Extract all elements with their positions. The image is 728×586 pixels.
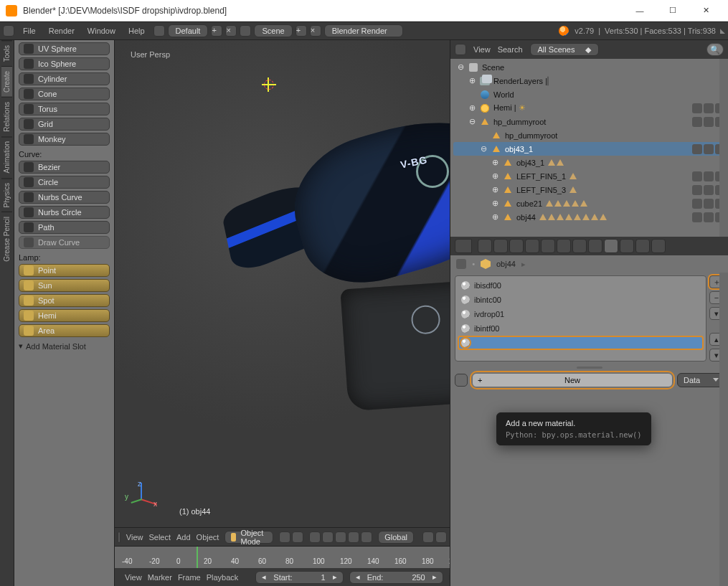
layout-add-button[interactable]: + <box>211 25 222 37</box>
shading-wire-icon[interactable] <box>292 531 303 543</box>
add-bezier-button[interactable]: Bezier <box>19 161 110 174</box>
vp-menu-object[interactable]: Object <box>197 533 219 542</box>
layers-button-2[interactable] <box>435 531 447 543</box>
window-minimize-button[interactable]: — <box>623 0 656 22</box>
add-uv-sphere-button[interactable]: UV Sphere <box>19 42 110 55</box>
prop-tab-modifiers[interactable] <box>572 239 587 253</box>
material-link-dropdown[interactable]: Data <box>677 373 724 387</box>
expand-toggle[interactable]: ⊖ <box>468 117 476 126</box>
rotate-icon[interactable] <box>348 531 359 543</box>
restrict-toggle[interactable] <box>704 199 714 209</box>
tl-menu-frame[interactable]: Frame <box>178 573 201 582</box>
outliner-row-hemi[interactable]: ⊕Hemi | ☀ <box>453 101 725 115</box>
screen-layout-icon[interactable] <box>153 25 165 37</box>
prop-tab-constraints[interactable] <box>557 239 571 253</box>
material-slot-4[interactable] <box>458 336 703 349</box>
area-corner-icon[interactable]: ◣ <box>720 27 725 34</box>
prop-tab-data[interactable] <box>588 239 602 253</box>
tab-grease-pencil[interactable]: Grease Pencil <box>1 212 12 266</box>
add-path-button[interactable]: Path <box>19 221 110 234</box>
vp-menu-view[interactable]: View <box>126 533 143 542</box>
properties-scrollbar[interactable] <box>719 273 728 586</box>
material-slot-2[interactable]: ivdrop01 <box>458 308 703 321</box>
manipulator-icon[interactable] <box>322 531 334 543</box>
window-maximize-button[interactable]: ☐ <box>656 0 689 22</box>
outliner-row-world[interactable]: World <box>453 88 725 101</box>
outliner-row-obj43_1[interactable]: ⊖obj43_1 <box>453 142 725 156</box>
outliner-row-obj44[interactable]: ⊕obj44 <box>453 210 725 224</box>
restrict-toggle[interactable] <box>692 144 702 154</box>
expand-toggle[interactable]: ⊖ <box>456 62 465 72</box>
restrict-toggle[interactable] <box>704 212 714 222</box>
restrict-toggle[interactable] <box>692 185 702 195</box>
add-nurbs-curve-button[interactable]: Nurbs Curve <box>19 191 110 204</box>
scene-remove-button[interactable]: × <box>310 25 321 37</box>
expand-toggle[interactable]: ⊕ <box>491 158 499 167</box>
add-lamp-sun-button[interactable]: Sun <box>19 279 110 292</box>
material-slot-3[interactable]: ibintf00 <box>458 322 703 335</box>
screen-layout-dropdown[interactable]: Default <box>168 24 209 37</box>
prop-tab-material[interactable] <box>604 239 618 253</box>
tab-physics[interactable]: Physics <box>1 178 12 212</box>
menu-help[interactable]: Help <box>123 27 151 35</box>
timeline-ruler[interactable]: -40-200204060801001201401601802002202402… <box>115 546 450 567</box>
prop-tab-render-layers[interactable] <box>493 239 508 253</box>
add-lamp-hemi-button[interactable]: Hemi <box>19 309 110 322</box>
menu-file[interactable]: File <box>17 27 42 35</box>
prop-tab-texture[interactable] <box>620 239 634 253</box>
scene-dropdown[interactable]: Scene <box>254 24 292 37</box>
outliner-scrollbar[interactable] <box>719 59 728 237</box>
outliner-display-mode[interactable]: All Scenes ◆ <box>530 43 599 56</box>
tl-menu-view[interactable]: View <box>125 573 142 582</box>
tl-menu-marker[interactable]: Marker <box>148 573 172 582</box>
scene-icon[interactable] <box>240 25 251 37</box>
expand-toggle[interactable]: ⊕ <box>491 199 499 208</box>
outliner-row-left_fin5_1[interactable]: ⊕LEFT_FIN5_1 <box>453 169 725 183</box>
pin-icon[interactable] <box>456 259 466 269</box>
prop-tab-physics[interactable] <box>651 239 666 253</box>
prop-tab-world[interactable] <box>525 239 539 253</box>
prop-tab-object[interactable] <box>541 239 555 253</box>
outliner-menu-search[interactable]: Search <box>498 45 523 54</box>
outliner-search-button[interactable]: 🔍 <box>706 43 724 56</box>
add-cylinder-button[interactable]: Cylinder <box>19 72 110 85</box>
add-nurbs-circle-button[interactable]: Nurbs Circle <box>19 206 110 219</box>
orientation-dropdown[interactable]: Global <box>378 531 414 544</box>
mode-dropdown[interactable]: Object Mode <box>224 531 273 544</box>
add-cone-button[interactable]: Cone <box>19 88 110 100</box>
last-operator-panel[interactable]: ▾ Add Material Slot <box>19 341 110 351</box>
vp-menu-add[interactable]: Add <box>176 533 191 542</box>
shading-solid-icon[interactable] <box>279 531 290 543</box>
restrict-toggle[interactable] <box>704 171 714 181</box>
add-grid-button[interactable]: Grid <box>19 118 110 131</box>
material-new-button[interactable]: +New <box>472 373 673 387</box>
outliner[interactable]: ⊖Scene ⊕RenderLayers | World ⊕Hemi | ☀ ⊖… <box>450 59 728 237</box>
material-slot-0[interactable]: ibisdf00 <box>458 279 703 292</box>
add-draw-curve-button[interactable]: Draw Curve <box>19 236 110 249</box>
restrict-toggle[interactable] <box>704 185 714 195</box>
prop-tab-scene[interactable] <box>509 239 524 253</box>
menu-window[interactable]: Window <box>82 27 121 35</box>
expand-toggle[interactable]: ⊖ <box>479 144 488 153</box>
tab-tools[interactable]: Tools <box>1 40 12 66</box>
restrict-toggle[interactable] <box>692 117 702 127</box>
tab-animation[interactable]: Animation <box>1 136 12 177</box>
scale-icon[interactable] <box>361 531 372 543</box>
restrict-toggle[interactable] <box>692 103 702 113</box>
breadcrumb-object[interactable]: obj44 <box>496 260 516 268</box>
outliner-row-scene[interactable]: ⊖Scene <box>453 60 725 74</box>
outliner-row-hp_dummyroot[interactable]: ⊖hp_dummyroot <box>453 115 725 128</box>
tl-menu-playback[interactable]: Playback <box>207 573 239 582</box>
frame-end-field[interactable]: ◂ End: 250 ▸ <box>349 571 443 584</box>
material-slot-list[interactable]: ibisdf00ibintc00ivdrop01ibintf00 <box>455 275 706 361</box>
editor-type-properties-icon[interactable] <box>455 239 472 253</box>
material-slot-1[interactable]: ibintc00 <box>458 293 703 306</box>
outliner-row-obj43_1[interactable]: ⊕obj43_1 <box>453 156 725 169</box>
outliner-row-renderlayers[interactable]: ⊕RenderLayers | <box>453 74 725 88</box>
window-close-button[interactable]: ✕ <box>689 0 722 22</box>
prop-tab-render[interactable] <box>478 239 492 253</box>
outliner-row-cube21[interactable]: ⊕cube21 <box>453 197 725 210</box>
add-circle-button[interactable]: Circle <box>19 176 110 189</box>
3d-viewport[interactable]: User Persp V-BG z y x (1) obj44 <box>115 40 450 546</box>
add-lamp-area-button[interactable]: Area <box>19 324 110 337</box>
